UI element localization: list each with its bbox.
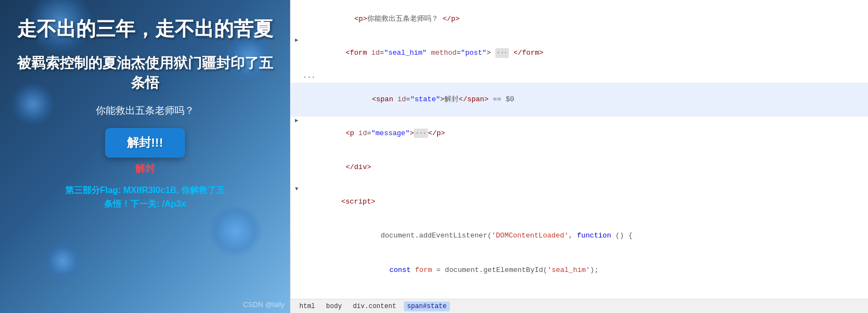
ellipsis-message[interactable]: ···: [414, 129, 428, 138]
devtools-breadcrumb: html body div.content span#state: [291, 299, 868, 313]
code-line-const-form: const form = document.getElementById('se…: [291, 253, 868, 287]
orb-decoration-4: [208, 204, 263, 258]
code-line-div-close: </div>: [291, 151, 868, 185]
code-line-const-state: const stateElement = document.getElement…: [291, 287, 868, 299]
tag-p-open: <p>: [354, 15, 367, 23]
orb-decoration-5: [44, 242, 82, 280]
code-line-p-question: <p>你能救出五条老师吗？ </p>: [291, 2, 868, 36]
left-panel: 走不出的三年，走不出的苦夏 被羁索控制的夏油杰使用狱门疆封印了五条悟 你能救出五…: [0, 0, 290, 313]
devtools-code-view: <p>你能救出五条老师吗？ </p> <form id="seal_him" m…: [291, 0, 868, 299]
breadcrumb-body[interactable]: body: [323, 302, 345, 311]
triangle-form[interactable]: [295, 36, 303, 45]
flag-text: 第三部分Flag: MXIfR3I0c1B, 你解救了五 条悟！下一关: /Ap…: [65, 183, 225, 211]
state-label: 解封: [135, 162, 155, 175]
breadcrumb-span-state[interactable]: span#state: [404, 302, 450, 311]
code-line-state-span: <span id="state">解封</span> == $0: [291, 83, 868, 117]
code-line-form: <form id="seal_him" method="post"> ··· <…: [291, 36, 868, 70]
code-line-ellipsis: ...: [291, 71, 868, 83]
page-subtitle: 被羁索控制的夏油杰使用狱门疆封印了五条悟: [16, 53, 274, 93]
triangle-message[interactable]: [295, 117, 303, 125]
unseal-button[interactable]: 解封!!!: [105, 128, 185, 158]
tag-form: <form: [345, 49, 371, 57]
breadcrumb-div-content[interactable]: div.content: [350, 302, 400, 311]
flag-line2: 条悟！下一关: /Ap3x: [104, 199, 186, 208]
tag-p-close: </p>: [443, 15, 460, 23]
question-text: 你能救出五条老师吗？: [96, 104, 194, 117]
flag-line1: 第三部分Flag: MXIfR3I0c1B, 你解救了五: [65, 186, 225, 195]
devtools-panel: <p>你能救出五条老师吗？ </p> <form id="seal_him" m…: [290, 0, 868, 313]
code-line-message: <p id="message">···</p>: [291, 117, 868, 150]
tag-span-open: <span: [372, 95, 397, 103]
watermark: CSDN @lally: [243, 300, 285, 309]
breadcrumb-html[interactable]: html: [296, 302, 319, 311]
code-line-script-open: <script>: [291, 185, 868, 219]
ellipsis-form[interactable]: ···: [495, 48, 510, 58]
code-line-domcontentloaded: document.addEventListener('DOMContentLoa…: [291, 219, 868, 253]
triangle-script[interactable]: [295, 185, 303, 194]
page-title: 走不出的三年，走不出的苦夏: [17, 16, 273, 42]
